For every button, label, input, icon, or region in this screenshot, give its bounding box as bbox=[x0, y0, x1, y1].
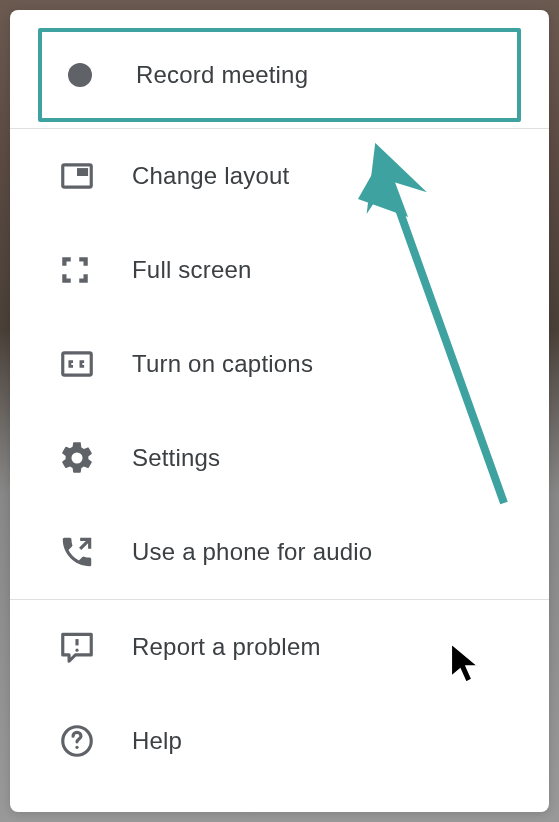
menu-item-record-meeting[interactable]: Record meeting bbox=[38, 28, 521, 122]
menu-item-turn-on-captions[interactable]: Turn on captions bbox=[10, 317, 549, 411]
options-menu: Record meeting Change layout Full screen… bbox=[10, 10, 549, 812]
fullscreen-icon bbox=[58, 253, 106, 287]
svg-rect-3 bbox=[63, 353, 92, 375]
layout-icon bbox=[58, 157, 106, 195]
feedback-icon bbox=[58, 628, 106, 666]
captions-icon bbox=[58, 345, 106, 383]
svg-point-5 bbox=[75, 649, 78, 652]
svg-rect-2 bbox=[77, 168, 88, 176]
phone-audio-icon bbox=[58, 533, 106, 571]
record-icon bbox=[62, 57, 110, 93]
svg-point-7 bbox=[75, 746, 78, 749]
menu-item-label: Full screen bbox=[132, 256, 252, 284]
menu-item-change-layout[interactable]: Change layout bbox=[10, 129, 549, 223]
menu-item-report-problem[interactable]: Report a problem bbox=[10, 600, 549, 694]
menu-item-label: Use a phone for audio bbox=[132, 538, 372, 566]
menu-item-settings[interactable]: Settings bbox=[10, 411, 549, 505]
menu-item-full-screen[interactable]: Full screen bbox=[10, 223, 549, 317]
menu-item-label: Settings bbox=[132, 444, 220, 472]
menu-item-label: Change layout bbox=[132, 162, 289, 190]
menu-item-label: Record meeting bbox=[136, 61, 308, 89]
menu-item-help[interactable]: Help bbox=[10, 694, 549, 788]
menu-item-label: Help bbox=[132, 727, 182, 755]
gear-icon bbox=[58, 439, 106, 477]
svg-point-0 bbox=[68, 63, 92, 87]
menu-item-label: Turn on captions bbox=[132, 350, 313, 378]
menu-item-label: Report a problem bbox=[132, 633, 321, 661]
menu-item-use-phone-audio[interactable]: Use a phone for audio bbox=[10, 505, 549, 599]
help-icon bbox=[58, 722, 106, 760]
